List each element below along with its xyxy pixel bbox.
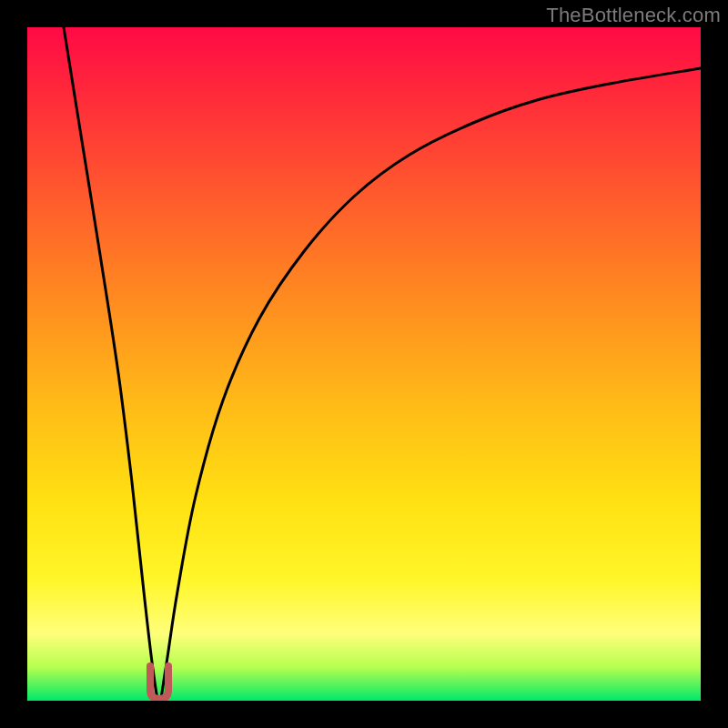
chart-stage: TheBottleneck.com [0,0,728,728]
optimum-marker [147,662,172,701]
plot-area [27,27,701,701]
watermark-text: TheBottleneck.com [546,4,721,27]
bottleneck-curve [27,27,701,701]
